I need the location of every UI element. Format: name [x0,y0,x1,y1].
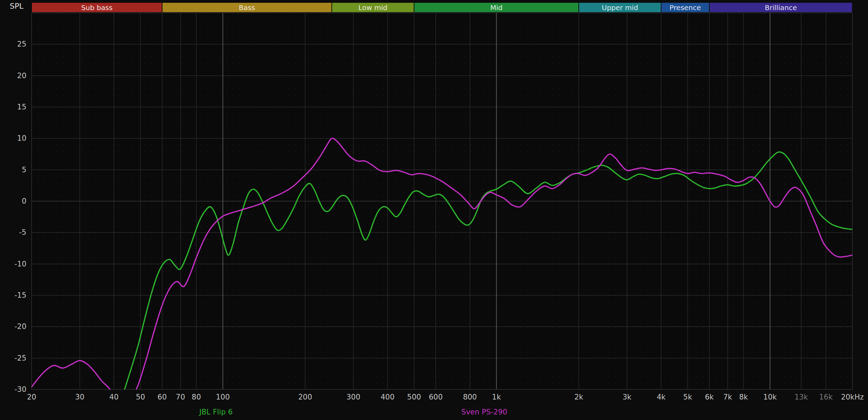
x-tick-label: 50 [136,393,145,401]
y-tick-label: 10 [17,134,26,142]
x-tick-label: 8k [739,393,748,401]
frequency-response-chart: Sub bassBassLow midMidUpper midPresenceB… [0,0,868,420]
y-tick-label: 20 [17,72,26,80]
band-label: Presence [669,3,701,12]
x-tick-label: 200 [298,393,312,401]
frequency-response-app: SPL Sub bassBassLow midMidUpper midPrese… [0,0,868,420]
y-tick-label: -15 [15,291,26,299]
x-tick-label: 400 [381,393,394,401]
y-tick-label: -20 [15,322,26,331]
x-tick-label: 4k [657,393,666,401]
band-label: Bass [239,3,255,12]
y-tick-label: -25 [15,354,26,362]
y-tick-label: 5 [22,166,26,174]
x-tick-label: 3k [623,393,632,401]
x-tick-label: 20 [27,393,36,401]
x-tick-label: 20kHz [841,393,864,401]
x-tick-label: 16k [819,393,833,401]
band-label: Sub bass [81,3,112,12]
x-tick-label: 500 [407,393,421,401]
band-label: Low mid [358,3,387,12]
legend-item-jbl-flip-6: JBL Flip 6 [199,408,233,416]
band-label: Upper mid [602,3,638,12]
x-tick-label: 80 [192,393,201,401]
x-tick-label: 600 [429,393,443,401]
x-tick-label: 300 [347,393,360,401]
y-tick-label: 25 [17,40,26,48]
band-label: Mid [490,3,503,12]
x-tick-label: 800 [463,393,477,401]
band-label: Brilliance [765,3,797,12]
y-tick-label: -10 [15,260,26,268]
x-tick-label: 6k [705,393,714,401]
x-tick-label: 7k [723,393,732,401]
y-tick-label: -30 [15,385,26,394]
x-tick-label: 30 [75,393,84,401]
y-tick-label: 0 [22,197,26,205]
x-tick-label: 1k [492,393,501,401]
y-tick-label: 15 [17,103,26,111]
x-tick-label: 13k [794,393,808,401]
x-tick-label: 70 [176,393,185,401]
x-tick-label: 60 [158,393,167,401]
x-tick-label: 10k [763,393,777,401]
x-tick-label: 5k [683,393,692,401]
x-tick-label: 2k [574,393,583,401]
x-tick-label: 100 [216,393,230,401]
y-tick-label: -5 [19,228,26,237]
legend-item-sven-ps-290: Sven PS-290 [461,408,507,416]
x-tick-label: 40 [109,393,119,401]
